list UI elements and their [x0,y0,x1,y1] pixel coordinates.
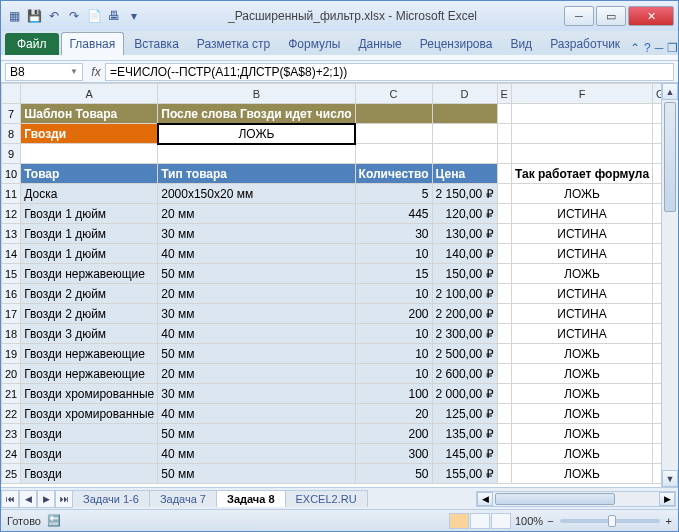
cell-E17[interactable] [497,304,511,324]
cell-D20[interactable]: 2 600,00 ₽ [432,364,497,384]
save-icon[interactable]: 💾 [25,7,43,25]
cell-C18[interactable]: 10 [355,324,432,344]
row-header-12[interactable]: 12 [2,204,21,224]
tab-nav-last-icon[interactable]: ⏭ [55,490,73,508]
cell-G18[interactable] [653,324,661,344]
col-header-C[interactable]: C [355,84,432,104]
cell-F16[interactable]: ИСТИНА [511,284,652,304]
cell-E24[interactable] [497,444,511,464]
cell-E12[interactable] [497,204,511,224]
cell-E10[interactable] [497,164,511,184]
select-all-corner[interactable] [2,84,21,104]
cell-D25[interactable]: 155,00 ₽ [432,464,497,484]
cell-B14[interactable]: 40 мм [158,244,355,264]
row-header-24[interactable]: 24 [2,444,21,464]
cell-D9[interactable] [432,144,497,164]
cell-C10[interactable]: Количество [355,164,432,184]
cell-D12[interactable]: 120,00 ₽ [432,204,497,224]
cell-E22[interactable] [497,404,511,424]
cell-C22[interactable]: 20 [355,404,432,424]
cell-G24[interactable] [653,444,661,464]
qat-dropdown-icon[interactable]: ▾ [125,7,143,25]
cell-G14[interactable] [653,244,661,264]
ribbon-tab-data[interactable]: Данные [350,33,409,55]
row-header-18[interactable]: 18 [2,324,21,344]
cell-A20[interactable]: Гвозди нержавеющие [21,364,158,384]
cell-E21[interactable] [497,384,511,404]
cell-B7[interactable]: После слова Гвозди идет число [158,104,355,124]
cell-F14[interactable]: ИСТИНА [511,244,652,264]
scroll-up-icon[interactable]: ▲ [662,83,678,100]
cell-F22[interactable]: ЛОЖЬ [511,404,652,424]
ribbon-minimize-icon[interactable]: ⌃ [630,41,640,55]
cell-A15[interactable]: Гвозди нержавеющие [21,264,158,284]
sheet-tab[interactable]: Задача 7 [149,490,217,507]
vertical-scrollbar[interactable]: ▲ ▼ [661,83,678,487]
row-header-16[interactable]: 16 [2,284,21,304]
cell-D24[interactable]: 145,00 ₽ [432,444,497,464]
cell-G25[interactable] [653,464,661,484]
cell-C15[interactable]: 15 [355,264,432,284]
qat-item-icon[interactable]: 📄 [85,7,103,25]
cell-E8[interactable] [497,124,511,144]
cell-D21[interactable]: 2 000,00 ₽ [432,384,497,404]
cell-C17[interactable]: 200 [355,304,432,324]
sheet-tab[interactable]: Задача 8 [216,490,286,507]
cell-D7[interactable] [432,104,497,124]
cell-E13[interactable] [497,224,511,244]
ribbon-tab-developer[interactable]: Разработчик [542,33,628,55]
cell-B13[interactable]: 30 мм [158,224,355,244]
cell-B9[interactable] [158,144,355,164]
zoom-out-button[interactable]: − [547,515,553,527]
cell-A13[interactable]: Гвозди 1 дюйм [21,224,158,244]
tab-nav-prev-icon[interactable]: ◀ [19,490,37,508]
cell-G13[interactable] [653,224,661,244]
grid[interactable]: ABCDEFG7Шаблон ТовараПосле слова Гвозди … [1,83,661,487]
row-header-9[interactable]: 9 [2,144,21,164]
cell-F9[interactable] [511,144,652,164]
workbook-restore-icon[interactable]: ❐ [667,41,678,55]
cell-B10[interactable]: Тип товара [158,164,355,184]
horizontal-scrollbar[interactable]: ◀ ▶ [476,491,676,507]
help-icon[interactable]: ? [644,41,651,55]
cell-C21[interactable]: 100 [355,384,432,404]
cell-G8[interactable] [653,124,661,144]
cell-C23[interactable]: 200 [355,424,432,444]
cell-G10[interactable] [653,164,661,184]
row-header-10[interactable]: 10 [2,164,21,184]
cell-F7[interactable] [511,104,652,124]
cell-E7[interactable] [497,104,511,124]
cell-D13[interactable]: 130,00 ₽ [432,224,497,244]
cell-F8[interactable] [511,124,652,144]
cell-E16[interactable] [497,284,511,304]
cell-A9[interactable] [21,144,158,164]
cell-G22[interactable] [653,404,661,424]
ribbon-tab-formulas[interactable]: Формулы [280,33,348,55]
cell-G7[interactable] [653,104,661,124]
cell-A22[interactable]: Гвозди хромированные [21,404,158,424]
maximize-button[interactable]: ▭ [596,6,626,26]
cell-B16[interactable]: 20 мм [158,284,355,304]
cell-E15[interactable] [497,264,511,284]
row-header-20[interactable]: 20 [2,364,21,384]
cell-A7[interactable]: Шаблон Товара [21,104,158,124]
minimize-button[interactable]: ─ [564,6,594,26]
zoom-thumb[interactable] [608,515,616,527]
cell-D23[interactable]: 135,00 ₽ [432,424,497,444]
cell-A21[interactable]: Гвозди хромированные [21,384,158,404]
scroll-right-icon[interactable]: ▶ [659,492,675,506]
cell-C7[interactable] [355,104,432,124]
cell-C16[interactable]: 10 [355,284,432,304]
cell-G15[interactable] [653,264,661,284]
cell-E19[interactable] [497,344,511,364]
ribbon-tab-insert[interactable]: Вставка [126,33,187,55]
ribbon-tab-home[interactable]: Главная [61,32,125,55]
cell-G19[interactable] [653,344,661,364]
row-header-21[interactable]: 21 [2,384,21,404]
cell-D15[interactable]: 150,00 ₽ [432,264,497,284]
cell-G12[interactable] [653,204,661,224]
scrollbar-thumb[interactable] [664,102,676,212]
cell-B20[interactable]: 20 мм [158,364,355,384]
cell-E25[interactable] [497,464,511,484]
cell-B19[interactable]: 50 мм [158,344,355,364]
